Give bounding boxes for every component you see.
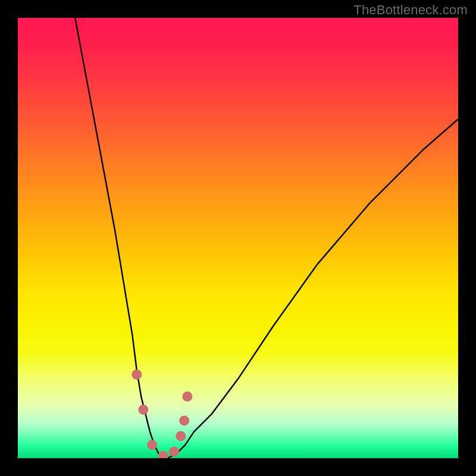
highlight-marker xyxy=(179,416,189,426)
highlight-markers xyxy=(131,369,192,458)
highlight-marker xyxy=(176,431,186,441)
highlight-marker xyxy=(147,440,157,450)
highlight-marker xyxy=(131,369,142,380)
chart-svg xyxy=(18,18,458,458)
plot-area xyxy=(18,18,458,458)
highlight-marker xyxy=(158,451,168,458)
bottleneck-curve-path xyxy=(75,18,458,458)
highlight-marker xyxy=(138,405,148,415)
bottleneck-curve xyxy=(75,18,458,458)
highlight-marker xyxy=(182,392,192,402)
watermark-text: TheBottleneck.com xyxy=(353,2,468,18)
highlight-marker xyxy=(169,446,179,456)
chart-container: TheBottleneck.com xyxy=(0,0,476,476)
